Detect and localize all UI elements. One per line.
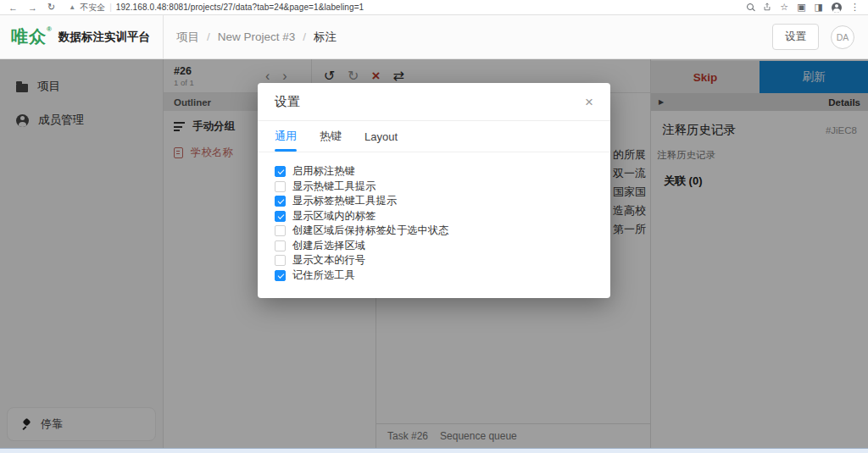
back-icon[interactable]: ← bbox=[8, 3, 18, 13]
breadcrumb-separator: / bbox=[303, 30, 306, 43]
user-avatar[interactable]: DA bbox=[831, 25, 854, 49]
setting-checkbox-label: 显示标签热键工具提示 bbox=[292, 194, 397, 208]
header-actions: 设置 DA bbox=[772, 24, 868, 50]
setting-checkbox-row[interactable]: 显示区域内的标签 bbox=[275, 209, 593, 224]
checkbox[interactable] bbox=[275, 255, 286, 266]
checkbox[interactable] bbox=[275, 225, 286, 236]
not-secure-warning-icon: ▲ bbox=[69, 3, 75, 11]
app-header: 唯众® 数据标注实训平台 项目/New Project #3/标注 设置 DA bbox=[0, 15, 868, 59]
settings-modal: 设置 × 通用热键Layout 启用标注热键显示热键工具提示显示标签热键工具提示… bbox=[258, 83, 610, 298]
tab-Layout[interactable]: Layout bbox=[364, 121, 398, 152]
checkbox[interactable] bbox=[275, 211, 286, 222]
forward-icon[interactable]: → bbox=[28, 3, 37, 13]
brand-logo: 唯众® bbox=[11, 25, 53, 48]
browser-actions: ☆ ▣ ◨ ⋮ bbox=[747, 2, 860, 13]
zoom-icon[interactable] bbox=[747, 3, 754, 11]
browser-menu-icon[interactable]: ⋮ bbox=[850, 2, 860, 13]
checkbox[interactable] bbox=[275, 166, 286, 177]
setting-checkbox-row[interactable]: 创建区域后保持标签处于选中状态 bbox=[275, 224, 593, 239]
bookmark-star-icon[interactable]: ☆ bbox=[780, 2, 788, 13]
browser-nav: ← → ↻ bbox=[8, 2, 55, 13]
checkbox[interactable] bbox=[275, 181, 286, 192]
breadcrumb-item[interactable]: New Project #3 bbox=[218, 30, 296, 43]
extension-icon[interactable]: ▣ bbox=[797, 2, 805, 13]
url-separator: | bbox=[109, 3, 112, 12]
url-text[interactable]: 192.168.0.48:8081/projects/27/data?tab=2… bbox=[116, 3, 364, 12]
settings-modal-header: 设置 × bbox=[258, 83, 610, 121]
breadcrumb-item[interactable]: 标注 bbox=[314, 30, 337, 45]
checkbox[interactable] bbox=[275, 270, 286, 281]
setting-checkbox-label: 显示热键工具提示 bbox=[292, 180, 376, 194]
settings-checkbox-list: 启用标注热键显示热键工具提示显示标签热键工具提示显示区域内的标签创建区域后保持标… bbox=[258, 152, 610, 283]
setting-checkbox-row[interactable]: 记住所选工具 bbox=[275, 268, 593, 284]
split-view-icon[interactable]: ◨ bbox=[815, 2, 823, 13]
setting-checkbox-label: 创建区域后保持标签处于选中状态 bbox=[292, 224, 448, 238]
share-icon[interactable] bbox=[763, 3, 771, 13]
setting-checkbox-row[interactable]: 显示文本的行号 bbox=[275, 253, 593, 268]
setting-checkbox-label: 显示文本的行号 bbox=[292, 253, 365, 268]
registered-mark: ® bbox=[47, 25, 53, 33]
settings-tabs: 通用热键Layout bbox=[258, 121, 610, 152]
close-icon[interactable]: × bbox=[585, 95, 593, 109]
tab-热键[interactable]: 热键 bbox=[320, 121, 342, 152]
reload-icon[interactable]: ↻ bbox=[47, 2, 55, 13]
checkbox[interactable] bbox=[275, 196, 286, 207]
browser-profile-avatar[interactable] bbox=[832, 3, 842, 13]
setting-checkbox-label: 创建后选择区域 bbox=[292, 239, 365, 253]
taskbar-edge bbox=[0, 448, 868, 453]
settings-modal-title: 设置 bbox=[275, 94, 300, 110]
logo-section: 唯众® 数据标注实训平台 bbox=[0, 15, 164, 58]
setting-checkbox-label: 启用标注热键 bbox=[292, 164, 355, 179]
checkbox[interactable] bbox=[275, 240, 286, 251]
browser-chrome: ← → ↻ ▲ 不安全 | 192.168.0.48:8081/projects… bbox=[0, 0, 868, 15]
setting-checkbox-label: 显示区域内的标签 bbox=[292, 209, 376, 224]
setting-checkbox-row[interactable]: 显示标签热键工具提示 bbox=[275, 194, 593, 209]
platform-title: 数据标注实训平台 bbox=[58, 30, 150, 45]
setting-checkbox-row[interactable]: 启用标注热键 bbox=[275, 164, 593, 180]
setting-checkbox-row[interactable]: 创建后选择区域 bbox=[275, 239, 593, 254]
setting-checkbox-row[interactable]: 显示热键工具提示 bbox=[275, 180, 593, 195]
breadcrumb-item[interactable]: 项目 bbox=[176, 30, 199, 45]
tab-通用[interactable]: 通用 bbox=[275, 121, 297, 152]
header-settings-button[interactable]: 设置 bbox=[772, 24, 819, 50]
setting-checkbox-label: 记住所选工具 bbox=[292, 268, 355, 283]
breadcrumb: 项目/New Project #3/标注 bbox=[164, 30, 772, 45]
address-bar[interactable]: ▲ 不安全 | 192.168.0.48:8081/projects/27/da… bbox=[69, 2, 737, 14]
not-secure-label: 不安全 bbox=[80, 2, 105, 14]
breadcrumb-separator: / bbox=[207, 30, 210, 43]
